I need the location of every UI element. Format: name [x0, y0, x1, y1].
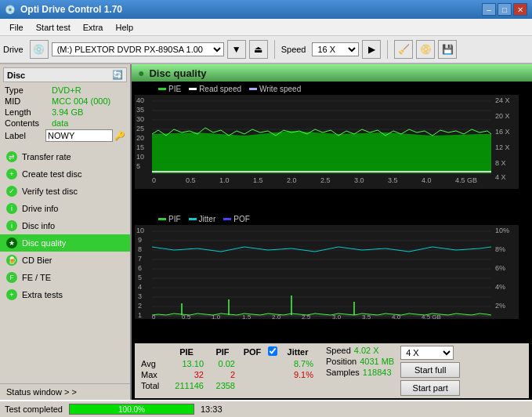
svg-text:12 X: 12 X — [495, 143, 510, 151]
drive-arrow-btn[interactable]: ▼ — [227, 40, 246, 59]
menu-starttest[interactable]: Start test — [30, 21, 77, 34]
status-text: Test completed — [5, 404, 63, 414]
nav-disc-info[interactable]: i Disc info — [0, 217, 130, 234]
nav-drive-info[interactable]: i Drive info — [0, 200, 130, 217]
status-bar: Test completed 100.0% 13:33 — [0, 400, 532, 417]
label-label: Label — [5, 131, 45, 140]
legend-pif: PIF — [158, 215, 181, 223]
disc-refresh-btn[interactable]: 🔄 — [112, 70, 123, 80]
pif-header: PIF — [207, 346, 238, 358]
svg-text:3.0: 3.0 — [354, 176, 364, 184]
speed-select[interactable]: 16 X — [312, 42, 359, 56]
position-label: Position — [326, 357, 356, 366]
eject-btn[interactable]: ⏏ — [249, 40, 268, 59]
position-row: Position 4031 MB — [326, 357, 394, 366]
legend-pof: POF — [223, 215, 250, 223]
nav-disc-quality[interactable]: ★ Disc quality — [0, 234, 130, 252]
avg-pie-value: 13.10 — [166, 358, 207, 369]
svg-text:2.0: 2.0 — [287, 176, 297, 184]
read-speed-legend-label: Read speed — [199, 85, 241, 93]
nav-extra-tests[interactable]: + Extra tests — [0, 286, 130, 303]
svg-text:2.0: 2.0 — [272, 314, 281, 319]
start-full-button[interactable]: Start full — [400, 362, 460, 378]
max-label: Max — [138, 369, 166, 380]
test-speed-select[interactable]: 4 X — [400, 346, 454, 360]
svg-text:1.5: 1.5 — [242, 314, 252, 319]
disc-info-label: Disc info — [22, 221, 55, 230]
jitter-checkbox[interactable] — [268, 346, 277, 356]
disc-panel-header: Disc 🔄 — [3, 67, 127, 82]
stats-bar: PIE PIF POF Jitter Avg 13.10 0.02 — [135, 343, 529, 398]
app-title: Opti Drive Control 1.70 — [20, 4, 122, 15]
app-icon: 💿 — [5, 5, 16, 15]
menu-help[interactable]: Help — [109, 21, 139, 34]
avg-pif-value: 0.02 — [207, 358, 238, 369]
save-btn[interactable]: 💾 — [438, 40, 457, 59]
svg-text:6: 6 — [138, 264, 142, 272]
total-pie-value: 211146 — [166, 380, 207, 391]
svg-text:3.5: 3.5 — [388, 176, 398, 184]
svg-text:15: 15 — [136, 143, 144, 151]
svg-text:5: 5 — [138, 274, 142, 281]
chart2-svg: 10 9 8 7 6 5 4 3 2 1 — [135, 225, 519, 319]
chart1-svg: 40 35 30 25 20 15 10 5 — [135, 95, 519, 189]
svg-text:10%: 10% — [495, 227, 509, 234]
cd-btn[interactable]: 📀 — [416, 40, 435, 59]
disc-quality-label: Disc quality — [22, 238, 66, 248]
start-part-button[interactable]: Start part — [400, 380, 460, 396]
svg-text:8 X: 8 X — [495, 159, 506, 167]
close-button[interactable]: ✕ — [513, 3, 527, 16]
svg-text:7: 7 — [138, 255, 142, 263]
pif-legend-label: PIF — [168, 215, 181, 223]
transfer-rate-label: Transfer rate — [22, 152, 71, 161]
extra-tests-label: Extra tests — [22, 290, 63, 299]
extra-tests-icon: + — [6, 289, 17, 300]
verify-test-label: Verify test disc — [22, 187, 78, 196]
action-panel: 4 X Start full Start part — [400, 346, 460, 396]
maximize-button[interactable]: □ — [498, 3, 512, 16]
contents-label: Contents — [5, 118, 52, 128]
status-window-btn[interactable]: Status window > > — [0, 383, 130, 400]
label-input[interactable]: NOWY — [45, 129, 113, 142]
disc-header-label: Disc — [7, 71, 25, 80]
svg-text:2%: 2% — [495, 302, 505, 310]
svg-text:1.0: 1.0 — [212, 314, 221, 319]
minimize-button[interactable]: – — [482, 3, 496, 16]
legend-jitter: Jitter — [189, 215, 216, 223]
svg-text:4.0: 4.0 — [392, 314, 401, 319]
length-value: 3.94 GB — [52, 107, 83, 117]
nav-create-test-disc[interactable]: + Create test disc — [0, 165, 130, 183]
chart2-container: PIF Jitter POF 10 — [135, 213, 529, 343]
nav-transfer-rate[interactable]: ⇌ Transfer rate — [0, 148, 130, 165]
speed-arrow-btn[interactable]: ▶ — [362, 40, 381, 59]
svg-text:2.5: 2.5 — [302, 314, 311, 319]
disc-label-row: Label NOWY 🔑 — [3, 129, 127, 142]
svg-text:0.5: 0.5 — [186, 176, 196, 184]
svg-text:25: 25 — [136, 125, 144, 132]
write-speed-legend-label: Write speed — [259, 85, 301, 93]
eraser-btn[interactable]: 🧹 — [394, 40, 413, 59]
pof-legend-color — [223, 218, 231, 220]
drive-select[interactable]: (M:) PLEXTOR DVDR PX-890SA 1.00 — [52, 42, 224, 56]
jitter-legend-color — [189, 218, 197, 220]
transfer-rate-icon: ⇌ — [6, 151, 17, 162]
contents-value: data — [52, 118, 68, 128]
svg-text:3.0: 3.0 — [332, 314, 342, 319]
label-icon-btn[interactable]: 🔑 — [114, 131, 125, 141]
progress-bar: 100.0% — [69, 404, 194, 415]
drive-icon-btn[interactable]: 💿 — [30, 40, 49, 59]
total-label: Total — [138, 380, 166, 391]
nav-fe-te[interactable]: F FE / TE — [0, 269, 130, 286]
svg-text:9: 9 — [138, 236, 142, 244]
svg-text:2: 2 — [138, 302, 142, 310]
title-bar: 💿 Opti Drive Control 1.70 – □ ✕ — [0, 0, 532, 19]
nav-verify-test-disc[interactable]: ✓ Verify test disc — [0, 183, 130, 200]
svg-text:0: 0 — [152, 176, 156, 184]
menu-file[interactable]: File — [3, 21, 30, 34]
nav-cd-bier[interactable]: 🍺 CD Bier — [0, 252, 130, 269]
menu-extra[interactable]: Extra — [77, 21, 110, 34]
read-speed-legend-color — [189, 88, 197, 90]
speed-stat-value: 4.02 X — [354, 346, 379, 355]
total-pif-value: 2358 — [207, 380, 238, 391]
write-speed-legend-color — [249, 88, 257, 90]
